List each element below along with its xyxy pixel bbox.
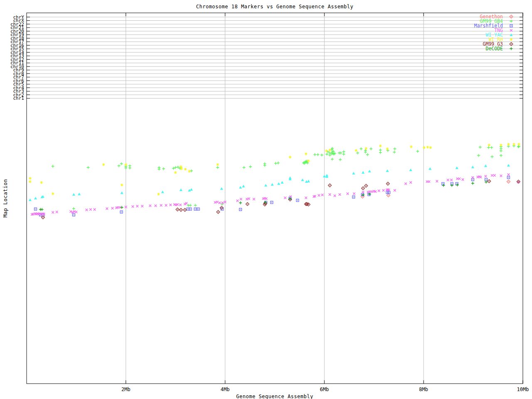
data-point xyxy=(368,193,370,196)
data-point xyxy=(410,145,413,148)
series-wi-yac xyxy=(29,164,510,201)
data-point xyxy=(442,182,444,185)
data-point xyxy=(183,208,187,212)
data-point xyxy=(41,208,44,211)
data-point xyxy=(426,146,429,149)
data-point xyxy=(362,191,365,193)
data-point xyxy=(289,156,292,159)
data-point xyxy=(320,154,323,157)
data-point xyxy=(517,143,520,146)
data-point xyxy=(220,187,223,190)
data-point xyxy=(94,208,96,211)
data-point xyxy=(462,178,464,181)
data-point xyxy=(240,198,242,200)
data-point xyxy=(75,211,78,213)
data-point xyxy=(479,146,482,149)
data-point xyxy=(471,182,474,185)
data-point xyxy=(379,151,382,154)
data-point xyxy=(386,148,389,150)
data-point xyxy=(296,199,299,202)
data-point xyxy=(507,164,510,167)
svg-text:4Mb: 4Mb xyxy=(221,387,230,392)
data-point xyxy=(162,167,165,170)
data-point xyxy=(216,166,219,169)
data-point xyxy=(34,208,37,210)
x-gridlines xyxy=(126,13,424,384)
data-point xyxy=(347,192,349,195)
data-point xyxy=(387,194,390,197)
data-point xyxy=(329,193,331,196)
data-point xyxy=(334,195,336,197)
data-point xyxy=(305,153,308,155)
data-point xyxy=(274,162,277,165)
data-point xyxy=(87,166,90,169)
chromosome-label: chr1 xyxy=(13,96,25,101)
chromosome-rows: chrYchrXchr22chr21chr20chr19chr18chr17ch… xyxy=(10,15,523,101)
data-point xyxy=(507,173,510,176)
data-point xyxy=(458,177,461,180)
svg-text:2Mb: 2Mb xyxy=(121,387,131,392)
data-point xyxy=(239,202,242,204)
data-point xyxy=(367,191,369,193)
data-point xyxy=(365,147,367,150)
data-point xyxy=(78,193,81,195)
data-point xyxy=(328,184,332,187)
data-point xyxy=(339,152,342,155)
data-point xyxy=(517,181,520,183)
data-point xyxy=(180,189,182,191)
data-point xyxy=(368,170,371,172)
data-point xyxy=(500,144,502,147)
data-point xyxy=(121,192,123,194)
data-point xyxy=(491,174,493,177)
legend-label: DeCODE xyxy=(485,46,503,52)
data-point xyxy=(471,166,474,168)
data-point xyxy=(165,204,167,207)
data-point xyxy=(379,145,382,148)
data-point xyxy=(271,183,273,186)
data-point xyxy=(248,197,250,200)
data-point xyxy=(111,207,114,209)
data-point xyxy=(188,170,191,173)
data-point xyxy=(353,192,355,195)
data-point xyxy=(321,194,324,196)
data-point xyxy=(132,205,134,208)
data-point xyxy=(386,182,389,185)
data-point xyxy=(239,186,242,189)
data-point xyxy=(409,181,412,184)
data-point xyxy=(500,175,502,177)
data-point xyxy=(52,192,54,195)
x-tick-labels: 2Mb4Mb6Mb8Mb10Mb xyxy=(121,387,529,392)
data-point xyxy=(301,179,304,181)
data-point xyxy=(184,168,187,171)
data-point xyxy=(158,168,160,171)
data-point xyxy=(507,143,510,146)
data-point xyxy=(120,163,123,165)
data-point xyxy=(176,208,179,211)
data-point xyxy=(355,149,357,152)
data-point xyxy=(271,201,273,204)
data-point xyxy=(447,179,449,181)
series-genethon xyxy=(361,180,510,198)
data-point xyxy=(323,175,326,177)
series-wi-rh xyxy=(29,143,520,196)
data-point xyxy=(360,148,362,150)
data-point xyxy=(393,151,396,154)
data-point xyxy=(194,204,197,207)
data-point xyxy=(155,204,157,207)
data-point xyxy=(517,145,520,148)
data-point xyxy=(428,180,431,183)
data-point xyxy=(160,204,163,207)
data-point xyxy=(264,184,267,187)
data-point xyxy=(118,165,121,167)
data-point xyxy=(485,178,488,181)
svg-text:6Mb: 6Mb xyxy=(320,387,329,392)
data-point xyxy=(179,204,182,206)
data-point xyxy=(313,153,316,156)
data-point xyxy=(189,204,192,207)
data-point xyxy=(500,154,502,157)
data-point xyxy=(307,180,310,182)
data-point xyxy=(246,202,249,206)
data-point xyxy=(141,205,143,207)
data-point xyxy=(507,176,510,179)
series-tng xyxy=(31,173,520,216)
